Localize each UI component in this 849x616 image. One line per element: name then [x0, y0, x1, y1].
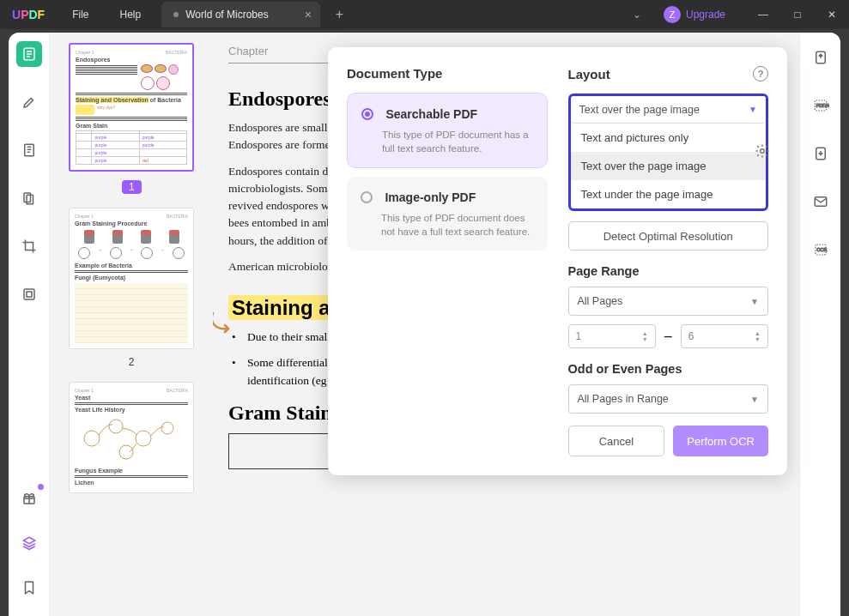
thumbnail-page-3[interactable]: Chapter 1BACTERIA Yeast Yeast Life Histo… [69, 382, 194, 493]
page-number-1: 1 [122, 180, 142, 194]
caret-down-icon: ▼ [749, 105, 757, 114]
range-dash: – [664, 329, 672, 344]
redact-tool[interactable] [16, 281, 42, 307]
svg-point-10 [161, 422, 173, 434]
close-window-button[interactable]: ✕ [815, 0, 849, 29]
arrow-annotation-icon [213, 311, 233, 337]
spinner-icon[interactable]: ▲▼ [755, 330, 761, 342]
layout-select[interactable]: Text over the page image ▼ [571, 96, 767, 124]
crop-tool[interactable] [16, 233, 42, 259]
share-tool[interactable] [808, 141, 834, 166]
odd-even-title: Odd or Even Pages [568, 362, 769, 376]
export-tool[interactable] [808, 45, 834, 70]
right-toolbar: PDF/A OCR [799, 33, 840, 616]
range-from-input[interactable]: 1▲▼ [568, 324, 656, 348]
document-tab[interactable]: World of Microbes × [161, 2, 320, 27]
perform-ocr-button[interactable]: Perform OCR [673, 426, 768, 456]
svg-point-9 [136, 431, 151, 446]
help-icon[interactable]: ? [753, 66, 768, 82]
new-tab-button[interactable]: + [329, 7, 350, 22]
page-range-title: Page Range [568, 264, 769, 278]
page-number-2: 2 [69, 356, 194, 368]
page-range-inputs: 1▲▼ – 6▲▼ [568, 324, 769, 348]
user-avatar: Z [664, 6, 681, 23]
thumbnail-page-2[interactable]: Chapter 1BACTERIA Gram Staining Procedur… [69, 208, 194, 349]
app-logo: UPDF [0, 8, 57, 21]
caret-down-icon: ▼ [750, 395, 759, 404]
layout-option-text-pictures[interactable]: Text and pictures only [571, 124, 767, 152]
spinner-icon[interactable]: ▲▼ [642, 330, 648, 342]
maximize-button[interactable]: □ [780, 0, 815, 29]
thumbnail-page-1[interactable]: Chapter 1BACTERIA Endospores Staining an… [69, 43, 194, 172]
gift-tool[interactable] [16, 486, 42, 511]
reader-tool[interactable] [16, 41, 42, 67]
tabs-overflow-icon[interactable]: ⌄ [619, 9, 655, 21]
annotate-tool[interactable] [16, 89, 42, 115]
tab-indicator-icon [173, 12, 179, 17]
caret-down-icon: ▼ [750, 297, 759, 306]
svg-point-7 [84, 431, 100, 446]
svg-rect-4 [24, 289, 34, 299]
layers-tool[interactable] [16, 530, 42, 556]
left-toolbar [9, 33, 50, 616]
menu-file[interactable]: File [57, 9, 104, 21]
window-controls: — □ ✕ [746, 0, 849, 29]
odd-even-select[interactable]: All Pages in Range ▼ [568, 384, 769, 414]
svg-rect-5 [27, 292, 32, 297]
pdfa-tool[interactable]: PDF/A [808, 93, 834, 118]
bookmark-tool[interactable] [16, 575, 42, 601]
page-range-select[interactable]: All Pages ▼ [568, 287, 769, 316]
edit-tool[interactable] [16, 137, 42, 163]
notification-dot-icon [38, 484, 44, 490]
svg-point-11 [119, 445, 133, 459]
layout-option-text-under[interactable]: Text under the page image [571, 180, 767, 208]
email-tool[interactable] [808, 189, 834, 214]
minimize-button[interactable]: — [746, 0, 780, 29]
document-type-section: Document Type Searchable PDF This type o… [347, 66, 548, 456]
svg-text:OCR: OCR [816, 247, 827, 252]
menu-help[interactable]: Help [105, 9, 157, 21]
organize-tool[interactable] [16, 185, 42, 211]
layout-dropdown: Text over the page image ▼ Text and pict… [568, 94, 769, 211]
ocr-panel: Document Type Searchable PDF This type o… [328, 47, 787, 475]
tab-close-icon[interactable]: × [305, 8, 312, 21]
titlebar: UPDF File Help World of Microbes × + ⌄ Z… [0, 0, 849, 29]
layout-section: Layout ? Text over the page image ▼ Text… [568, 66, 769, 456]
radio-unselected-icon [361, 191, 373, 203]
gear-icon[interactable] [749, 138, 775, 164]
tab-title: World of Microbes [185, 9, 268, 21]
svg-text:PDF/A: PDF/A [816, 103, 828, 108]
svg-point-8 [109, 420, 123, 433]
doctype-imageonly[interactable]: Image-only PDF This type of PDF document… [347, 177, 548, 251]
ocr-tool[interactable]: OCR [808, 237, 834, 263]
doctype-searchable[interactable]: Searchable PDF This type of PDF document… [347, 93, 548, 168]
thumbnail-panel: Chapter 1BACTERIA Endospores Staining an… [50, 33, 213, 616]
detect-resolution-button[interactable]: Detect Optimal Resolution [568, 221, 769, 251]
upgrade-button[interactable]: Z Upgrade [655, 4, 734, 25]
svg-point-19 [761, 149, 765, 154]
cancel-button[interactable]: Cancel [568, 426, 665, 456]
layout-title: Layout ? [568, 66, 769, 82]
layout-option-text-over[interactable]: Text over the page image [571, 152, 767, 180]
upgrade-label: Upgrade [686, 9, 725, 21]
range-to-input[interactable]: 6▲▼ [681, 324, 768, 348]
radio-selected-icon [361, 108, 373, 120]
document-type-title: Document Type [347, 66, 548, 81]
